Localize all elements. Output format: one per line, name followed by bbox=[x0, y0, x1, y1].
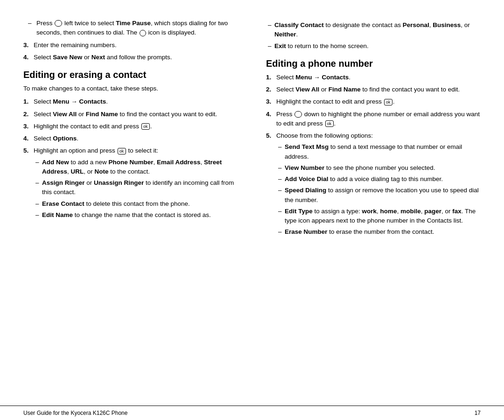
right-column: – Classify Contact to designate the cont… bbox=[261, 19, 481, 401]
item-content: Select Save New or Next and follow the p… bbox=[34, 53, 238, 62]
sub-item-text: Edit Name to change the name that the co… bbox=[42, 210, 238, 220]
ok-icon: ok bbox=[118, 148, 126, 154]
sub-list-item: – Add New to add a new Phone Number, Ema… bbox=[34, 158, 238, 177]
left-column: – Press left twice to select Time Pause,… bbox=[23, 19, 243, 401]
dash: – bbox=[276, 186, 285, 205]
sub-list-item: – Edit Name to change the name that the … bbox=[34, 210, 238, 220]
list-item: 1. Select Menu → Contacts. bbox=[23, 97, 238, 106]
sub-item-text: Speed Dialing to assign or remove the lo… bbox=[285, 186, 481, 205]
list-item: 5. Highlight an option and press ok to s… bbox=[23, 146, 238, 222]
sub-list-item: – Send Text Msg to send a text message t… bbox=[276, 142, 481, 161]
item-content: Highlight the contact to edit and press … bbox=[34, 122, 238, 131]
item-num: 5. bbox=[266, 131, 276, 239]
list-item: 3. Highlight the contact to edit and pre… bbox=[23, 122, 238, 131]
item-content: Press down to highlight the phone number… bbox=[276, 110, 481, 129]
list-item: 4. Select Options. bbox=[23, 134, 238, 143]
section-intro-text: To make changes to a contact, take these… bbox=[23, 84, 238, 93]
list-item: 4. Press down to highlight the phone num… bbox=[266, 110, 481, 129]
options-sub-list: – Add New to add a new Phone Number, Ema… bbox=[34, 158, 238, 220]
item-num: 4. bbox=[23, 134, 34, 143]
section-editing-erasing: Editing or erasing a contact To make cha… bbox=[23, 70, 238, 222]
item-num: 3. bbox=[23, 122, 34, 131]
sub-item-text: Classify Contact to designate the contac… bbox=[274, 21, 481, 40]
dash: – bbox=[34, 199, 42, 209]
dash: – bbox=[34, 210, 42, 220]
dash: – bbox=[34, 158, 42, 177]
sub-item-text: Edit Type to assign a type: work, home, … bbox=[285, 207, 481, 226]
dash: – bbox=[34, 178, 42, 197]
item-content: Select View All or Find Name to find the… bbox=[34, 110, 238, 119]
footer-left: User Guide for the Kyocera K126C Phone bbox=[23, 410, 127, 416]
item-content: Highlight an option and press ok to sele… bbox=[34, 146, 238, 222]
sub-list-item: – Erase Number to erase the number from … bbox=[276, 227, 481, 237]
item-num: 4. bbox=[266, 110, 276, 129]
dash: – bbox=[266, 21, 274, 40]
sub-list-item: – Edit Type to assign a type: work, home… bbox=[276, 207, 481, 226]
intro-bullet-text: Press left twice to select Time Pause, w… bbox=[36, 19, 238, 38]
nav-icon bbox=[294, 111, 302, 118]
intro-bullet-press: – Press left twice to select Time Pause,… bbox=[23, 19, 238, 38]
item-num: 5. bbox=[23, 146, 34, 222]
item-num: 2. bbox=[23, 110, 34, 119]
list-item: 2. Select View All or Find Name to find … bbox=[23, 110, 238, 119]
sub-list-item: – Add Voice Dial to add a voice dialing … bbox=[276, 175, 481, 184]
item-num: 4. bbox=[23, 53, 34, 62]
dash: – bbox=[266, 42, 274, 51]
item-content: Highlight the contact to edit and press … bbox=[276, 97, 481, 106]
ok-icon: ok bbox=[384, 99, 392, 105]
list-item: 4. Select Save New or Next and follow th… bbox=[23, 53, 238, 62]
item-num: 3. bbox=[266, 97, 276, 106]
ok-icon: ok bbox=[325, 120, 334, 127]
sub-list-item: – Assign Ringer or Unassign Ringer to id… bbox=[34, 178, 238, 197]
item-content: Select Options. bbox=[34, 134, 238, 143]
sub-item-text: Erase Number to erase the number from th… bbox=[285, 227, 481, 237]
item-content: Enter the remaining numbers. bbox=[34, 41, 238, 50]
sub-list-item: – View Number to see the phone number yo… bbox=[276, 163, 481, 173]
sub-list-item: – Exit to return to the home screen. bbox=[266, 42, 481, 51]
sub-item-text: Add Voice Dial to add a voice dialing ta… bbox=[285, 175, 481, 184]
list-item: 3. Highlight the contact to edit and pre… bbox=[266, 97, 481, 106]
top-bullets-list: – Classify Contact to designate the cont… bbox=[266, 21, 481, 51]
sub-item-text: Send Text Msg to send a text message to … bbox=[285, 142, 481, 161]
footer-right: 17 bbox=[475, 410, 481, 416]
item-content: Select Menu → Contacts. bbox=[34, 97, 238, 106]
section-title-editing-phone: Editing a phone number bbox=[266, 58, 481, 69]
item-content: Choose from the following options: – Sen… bbox=[276, 131, 481, 239]
sub-list-item: – Speed Dialing to assign or remove the … bbox=[276, 186, 481, 205]
item-content: Select Menu → Contacts. bbox=[276, 73, 481, 82]
sub-item-text: Erase Contact to delete this contact fro… bbox=[42, 199, 238, 209]
phone-steps-list: 1. Select Menu → Contacts. 2. Select Vie… bbox=[266, 73, 481, 239]
dash: – bbox=[276, 175, 285, 184]
dash: – bbox=[28, 19, 36, 38]
section-title-editing-erasing: Editing or erasing a contact bbox=[23, 70, 238, 80]
dash: – bbox=[276, 207, 285, 226]
ok-icon: ok bbox=[141, 123, 150, 130]
item-content: Select View All or Find Name to find the… bbox=[276, 85, 481, 94]
sub-item-text: Exit to return to the home screen. bbox=[274, 42, 481, 51]
item-num: 3. bbox=[23, 41, 34, 50]
list-item: 3. Enter the remaining numbers. bbox=[23, 41, 238, 50]
list-item: 5. Choose from the following options: – … bbox=[266, 131, 481, 239]
sub-item-text: View Number to see the phone number you … bbox=[285, 163, 481, 173]
item-num: 1. bbox=[23, 97, 34, 106]
dash: – bbox=[276, 142, 285, 161]
dash: – bbox=[276, 163, 285, 173]
intro-numbered-list: 3. Enter the remaining numbers. 4. Selec… bbox=[23, 41, 238, 63]
content-area: – Press left twice to select Time Pause,… bbox=[0, 0, 504, 401]
editing-steps-list: 1. Select Menu → Contacts. 2. Select Vie… bbox=[23, 97, 238, 222]
sub-item-text: Assign Ringer or Unassign Ringer to iden… bbox=[42, 178, 238, 197]
item-num: 2. bbox=[266, 85, 276, 94]
list-item: 2. Select View All or Find Name to find … bbox=[266, 85, 481, 94]
sub-item-text: Add New to add a new Phone Number, Email… bbox=[42, 158, 238, 177]
list-item: 1. Select Menu → Contacts. bbox=[266, 73, 481, 82]
item-num: 1. bbox=[266, 73, 276, 82]
dash: – bbox=[276, 227, 285, 237]
footer: User Guide for the Kyocera K126C Phone 1… bbox=[0, 406, 504, 420]
page: – Press left twice to select Time Pause,… bbox=[0, 0, 504, 420]
sub-list-item: – Classify Contact to designate the cont… bbox=[266, 21, 481, 40]
sub-list-item: – Erase Contact to delete this contact f… bbox=[34, 199, 238, 209]
section-editing-phone: Editing a phone number 1. Select Menu → … bbox=[266, 58, 481, 239]
clock-icon bbox=[140, 30, 146, 36]
phone-options-sub-list: – Send Text Msg to send a text message t… bbox=[276, 142, 481, 237]
nav-icon bbox=[55, 20, 62, 27]
